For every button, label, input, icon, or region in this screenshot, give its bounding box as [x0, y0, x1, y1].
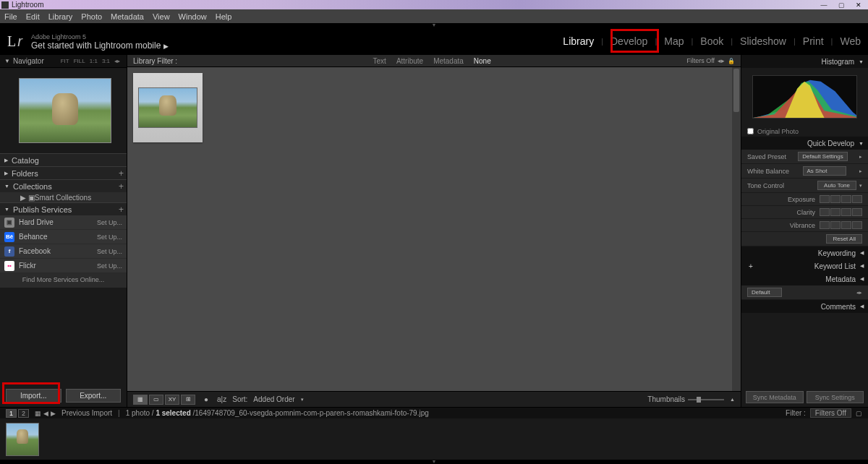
comments-header[interactable]: Comments◀ [741, 300, 868, 313]
toolbar-collapse-icon[interactable]: ▲ [730, 397, 735, 402]
metadata-header[interactable]: Metadata◀ [741, 272, 868, 285]
reset-all-button[interactable]: Reset All [826, 234, 862, 244]
source-label[interactable]: Previous Import [61, 409, 112, 417]
module-map[interactable]: Map [664, 35, 684, 47]
window-minimize[interactable]: — [816, 1, 832, 9]
view-survey-icon[interactable]: ⊞ [181, 395, 195, 405]
stepper-button[interactable] [852, 195, 862, 203]
keywordlist-header[interactable]: +Keyword List◀ [741, 259, 868, 272]
scrollbar[interactable] [732, 67, 741, 391]
navigator-header[interactable]: ▼ Navigator FIT FILL 1:1 3:1 ◂▸ [0, 55, 127, 68]
filmstrip[interactable] [0, 418, 868, 460]
menu-window[interactable]: Window [179, 12, 207, 21]
filter-none[interactable]: None [474, 57, 491, 65]
module-book[interactable]: Book [700, 35, 723, 47]
menu-metadata[interactable]: Metadata [111, 12, 144, 21]
filter-preset[interactable]: Filters Off [686, 57, 715, 64]
grid-cell[interactable] [133, 73, 203, 142]
stepper-button[interactable] [830, 221, 841, 229]
view-loupe-icon[interactable]: ▭ [149, 395, 163, 405]
view-compare-icon[interactable]: XY [165, 395, 179, 405]
import-button[interactable]: Import... [6, 389, 61, 403]
lock-icon[interactable]: 🔒 [728, 58, 735, 64]
add-collection-icon[interactable]: + [119, 181, 124, 192]
folders-header[interactable]: ▶Folders+ [0, 166, 127, 179]
module-library[interactable]: Library [563, 35, 594, 47]
stepper-button[interactable] [852, 221, 862, 229]
grid-icon[interactable]: ▦ [35, 410, 41, 417]
add-publish-icon[interactable]: + [119, 205, 124, 215]
stepper-button[interactable] [841, 208, 851, 216]
setup-link[interactable]: Set Up... [97, 219, 122, 226]
histogram-header[interactable]: Histogram▼ [741, 55, 868, 68]
original-photo-check[interactable]: Original Photo [741, 126, 868, 137]
export-button[interactable]: Export... [66, 389, 122, 403]
module-slideshow[interactable]: Slideshow [740, 35, 786, 47]
wb-select[interactable]: As Shot [803, 166, 846, 176]
nav-fill[interactable]: FILL [74, 58, 85, 64]
collections-header[interactable]: ▼Collections+ [0, 179, 127, 192]
nav-3to1[interactable]: 3:1 [102, 58, 110, 64]
filmstrip-thumbnail[interactable] [6, 423, 39, 456]
publish-behance[interactable]: BēBehanceSet Up... [0, 230, 127, 244]
navigator-preview[interactable] [0, 68, 127, 153]
stepper-button[interactable] [820, 221, 830, 229]
module-develop[interactable]: Develop [610, 35, 647, 47]
setup-link[interactable]: Set Up... [97, 262, 122, 270]
stepper-button[interactable] [830, 208, 841, 216]
sort-value[interactable]: Added Order [253, 395, 294, 403]
publish-harddrive[interactable]: ▣Hard DriveSet Up... [0, 215, 127, 230]
sync-metadata-button[interactable]: Sync Metadata [746, 391, 804, 403]
metadata-preset-select[interactable]: Default [747, 288, 782, 297]
nav-fit[interactable]: FIT [61, 58, 69, 64]
view-grid-icon[interactable]: ▦ [133, 395, 148, 405]
stepper-button[interactable] [820, 195, 830, 203]
disclose-icon[interactable]: ▸ [859, 154, 862, 160]
stepper-button[interactable] [830, 195, 841, 203]
chevron-icon[interactable]: ◂▸ [718, 57, 725, 64]
setup-link[interactable]: Set Up... [97, 233, 122, 241]
monitor-2[interactable]: 2 [18, 409, 29, 418]
back-icon[interactable]: ◀ [43, 410, 48, 417]
filter-text[interactable]: Text [373, 57, 386, 65]
stepper-button[interactable] [841, 195, 851, 203]
setup-link[interactable]: Set Up... [97, 248, 122, 255]
module-web[interactable]: Web [840, 35, 861, 47]
sort-direction-icon[interactable]: a|z [217, 395, 226, 403]
menu-view[interactable]: View [153, 12, 170, 21]
window-maximize[interactable]: ▢ [833, 1, 849, 9]
thumbnail-size-slider[interactable] [688, 399, 724, 400]
sync-settings-button[interactable]: Sync Settings [807, 391, 864, 403]
publish-facebook[interactable]: fFacebookSet Up... [0, 244, 127, 259]
menu-edit[interactable]: Edit [26, 12, 40, 21]
find-more-services[interactable]: Find More Services Online... [0, 273, 127, 288]
filter-metadata[interactable]: Metadata [433, 57, 464, 65]
monitor-1[interactable]: 1 [6, 409, 17, 418]
nav-1to1[interactable]: 1:1 [90, 58, 98, 64]
menu-photo[interactable]: Photo [81, 12, 102, 21]
saved-preset-select[interactable]: Default Settings [798, 152, 847, 161]
smart-collections[interactable]: ▶ ▣ Smart Collections [0, 192, 127, 202]
disclose-icon[interactable]: ◂▸ [856, 290, 862, 296]
filter-toggle-icon[interactable]: ▢ [856, 410, 862, 417]
publish-header[interactable]: ▼Publish Services+ [0, 202, 127, 215]
module-print[interactable]: Print [803, 35, 824, 47]
menu-file[interactable]: File [4, 12, 17, 21]
add-folder-icon[interactable]: + [119, 168, 124, 179]
window-close[interactable]: ✕ [851, 1, 867, 9]
forward-icon[interactable]: ▶ [51, 410, 56, 417]
identity-big[interactable]: Get started with Lightroom mobile▶ [31, 41, 169, 51]
menu-help[interactable]: Help [216, 12, 232, 21]
auto-tone-button[interactable]: Auto Tone [817, 181, 856, 190]
menu-library[interactable]: Library [48, 12, 73, 21]
stepper-button[interactable] [841, 221, 851, 229]
checkbox[interactable] [747, 128, 754, 134]
filter-select[interactable]: Filters Off [810, 408, 851, 418]
grid-view[interactable] [127, 67, 741, 391]
filter-attribute[interactable]: Attribute [396, 57, 423, 65]
collapse-bottom[interactable]: ▼ [0, 460, 868, 464]
keywording-header[interactable]: Keywording◀ [741, 246, 868, 259]
stepper-button[interactable] [852, 208, 862, 216]
painter-icon[interactable]: ● [201, 395, 211, 403]
catalog-header[interactable]: ▶Catalog [0, 153, 127, 166]
